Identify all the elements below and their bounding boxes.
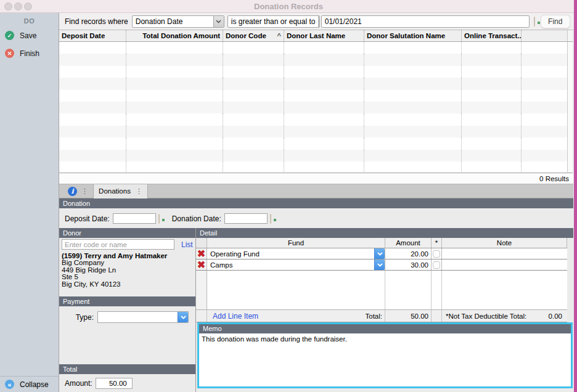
results-table-body [59, 42, 567, 173]
donor-panel: List (1599) Terry and Amy Hatmaker Big C… [59, 238, 195, 296]
donation-section-header: Donation [59, 198, 573, 208]
detail-section-header: Detail [196, 228, 573, 238]
window-title: Donation Records [0, 2, 577, 11]
ntd-total-value: 0.00 [549, 312, 562, 320]
fund-value: Operating Fund [207, 250, 374, 258]
column-header[interactable]: Deposit Date [59, 30, 126, 41]
find-bar: Find records where Donation Date is grea… [59, 13, 573, 30]
deposit-date-label: Deposit Date: [65, 214, 110, 223]
donation-date-input[interactable] [224, 213, 268, 224]
deposit-date-input[interactable] [113, 213, 156, 224]
donation-date-row: Deposit Date: Donation Date: [59, 208, 573, 229]
not-tax-deductible-checkbox[interactable] [432, 259, 442, 270]
table-row [59, 78, 567, 89]
finish-label: Finish [20, 49, 39, 58]
find-field-select[interactable]: Donation Date [132, 15, 224, 28]
total-amount-input[interactable] [96, 378, 133, 389]
collapse-button[interactable]: « Collapse [0, 376, 59, 392]
memo-panel: Memo [197, 322, 573, 388]
find-operator-value: is greater than or equal to [228, 17, 319, 26]
amount-cell[interactable]: 20.00 [385, 248, 432, 259]
column-header[interactable]: Total Donation Amount [126, 30, 223, 41]
column-header[interactable] [522, 30, 567, 41]
chevron-down-icon[interactable] [213, 16, 224, 27]
detail-empty-area [196, 271, 567, 309]
payment-type-label: Type: [59, 311, 94, 322]
calendar-icon[interactable] [270, 214, 271, 223]
column-header[interactable]: Donor Last Name [284, 30, 364, 41]
window-edge-highlight [574, 0, 577, 392]
chevron-down-icon[interactable] [374, 248, 385, 259]
donor-section-header: Donor [59, 228, 195, 238]
chevron-down-icon[interactable] [374, 259, 385, 270]
chevron-down-icon[interactable] [318, 16, 319, 27]
table-row [59, 126, 567, 137]
donor-address: Big Company449 Big Ridge LnSte 5Big City… [62, 259, 193, 288]
tab-donations[interactable]: Donations ⋮ [93, 184, 148, 198]
fund-value: Camps [207, 261, 374, 269]
memo-section-header: Memo [199, 324, 571, 333]
find-button[interactable]: Find [541, 15, 570, 28]
ntd-total-label: *Not Tax Deductible Total: [446, 312, 526, 320]
find-field-value: Donation Date [133, 17, 213, 26]
payment-panel: Type: [59, 306, 195, 364]
left-panel: Donor List (1599) Terry and Amy Hatmaker… [59, 228, 196, 392]
tab-bar: i ⋮ Donations ⋮ [59, 184, 573, 198]
save-label: Save [20, 31, 36, 40]
save-button[interactable]: ✓ Save [0, 28, 59, 43]
finish-button[interactable]: ✕ Finish [0, 46, 59, 60]
check-icon: ✓ [5, 31, 14, 40]
info-icon[interactable]: i [68, 187, 77, 196]
grip-dots-icon[interactable]: ⋮ [136, 187, 142, 195]
delete-line-icon[interactable]: ✖ [196, 248, 207, 259]
donor-address-line: Big Company [62, 259, 193, 267]
donor-address-line: 449 Big Ridge Ln [62, 267, 193, 274]
collapse-label: Collapse [20, 380, 49, 389]
column-header[interactable]: Donor Code^ [223, 30, 284, 41]
table-row [59, 54, 567, 65]
note-cell[interactable] [442, 248, 567, 259]
memo-textarea[interactable] [199, 333, 571, 386]
results-table-header: Deposit DateTotal Donation AmountDonor C… [59, 30, 567, 42]
table-row [59, 150, 567, 161]
column-header[interactable]: Donor Salutation Name [364, 30, 462, 41]
detail-fund-column-header: Fund [207, 238, 385, 248]
add-line-item-link[interactable]: Add Line Item [213, 312, 258, 321]
detail-star-column-header: * [432, 238, 442, 248]
column-header[interactable]: Online Transact... [462, 30, 522, 41]
amount-cell[interactable]: 30.00 [385, 259, 432, 270]
find-value-input[interactable] [321, 15, 530, 28]
note-cell[interactable] [442, 259, 567, 270]
detail-line-item: ✖Camps30.00 [196, 259, 567, 271]
find-bar-label: Find records where [65, 17, 128, 26]
calendar-icon[interactable] [534, 17, 535, 26]
fund-select[interactable]: Camps [207, 259, 385, 270]
total-section-header: Total [59, 364, 195, 374]
find-operator-select[interactable]: is greater than or equal to [227, 15, 320, 28]
payment-type-select[interactable] [97, 311, 189, 323]
delete-line-icon[interactable]: ✖ [196, 259, 207, 270]
calendar-icon[interactable] [158, 214, 160, 223]
table-row [59, 113, 567, 125]
donor-search-input[interactable] [62, 239, 174, 250]
chevron-down-icon[interactable] [178, 312, 188, 322]
table-row [59, 90, 567, 102]
detail-amount-column-header: Amount [385, 238, 432, 248]
table-row [59, 161, 567, 173]
table-row [59, 137, 567, 149]
main-area: Find records where Donation Date is grea… [59, 13, 573, 392]
donor-list-link[interactable]: List [181, 240, 193, 249]
vertical-scrollbar[interactable] [567, 42, 573, 173]
not-tax-deductible-checkbox[interactable] [432, 248, 442, 259]
donor-address-line: Big City, KY 40123 [62, 281, 193, 288]
detail-total-value: 50.00 [385, 310, 432, 322]
donor-address-line: Ste 5 [62, 274, 193, 281]
total-panel: Amount: [59, 374, 195, 392]
detail-table-footer: Add Line Item Total: 50.00 *Not Tax Dedu… [196, 309, 567, 322]
detail-table-header: Fund Amount * Note [196, 238, 567, 248]
payment-section-header: Payment [59, 296, 195, 306]
table-row [59, 42, 567, 54]
tab-donations-label: Donations [99, 187, 131, 195]
grip-dots-icon[interactable]: ⋮ [81, 187, 88, 195]
fund-select[interactable]: Operating Fund [207, 248, 385, 259]
